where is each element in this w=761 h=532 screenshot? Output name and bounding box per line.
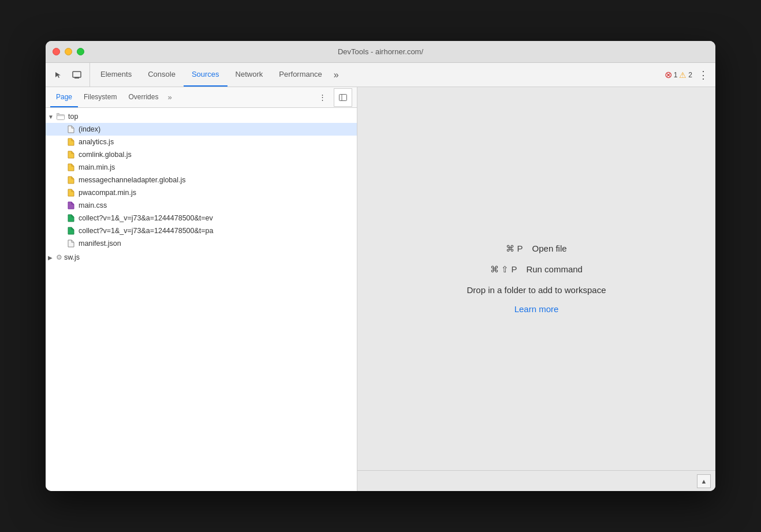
tab-console[interactable]: Console xyxy=(140,63,184,87)
tab-bar-right: ⊗ 1 ⚠ 2 ⋮ xyxy=(665,63,711,87)
file-icon-yellow xyxy=(66,137,76,147)
run-command-shortcut: ⌘ ⇧ P xyxy=(490,264,517,275)
file-name: main.min.js xyxy=(79,163,115,171)
file-icon-yellow xyxy=(66,175,76,185)
file-name: (index) xyxy=(79,125,100,133)
tree-sw-folder[interactable]: ▶ ⚙ sw.js xyxy=(46,251,357,264)
toolbar-icons xyxy=(50,63,90,87)
tab-filesystem[interactable]: Filesystem xyxy=(78,87,122,107)
tab-bar: Elements Console Sources Network Perform… xyxy=(46,63,715,87)
file-icon-green xyxy=(66,213,76,223)
file-main-css[interactable]: main.css xyxy=(46,199,357,212)
warning-count: 2 xyxy=(688,71,692,79)
file-name: comlink.global.js xyxy=(79,151,132,159)
file-collect-1[interactable]: collect?v=1&_v=j73&a=1244478500&t=ev xyxy=(46,212,357,224)
bottom-toolbar: ▲ xyxy=(357,470,715,491)
svg-rect-1 xyxy=(74,77,79,78)
right-panel: ⌘ P Open file ⌘ ⇧ P Run command Drop in … xyxy=(357,87,715,491)
tab-network[interactable]: Network xyxy=(227,63,271,87)
tab-performance[interactable]: Performance xyxy=(271,63,330,87)
devtools-menu-button[interactable]: ⋮ xyxy=(696,69,711,81)
error-icon: ⊗ xyxy=(665,69,672,80)
file-name: manifest.json xyxy=(79,239,121,248)
tab-sources[interactable]: Sources xyxy=(184,63,227,87)
chevron-down-icon: ▼ xyxy=(48,114,56,120)
window-title: DevTools - airhorner.com/ xyxy=(338,47,423,56)
workspace-info: ⌘ P Open file ⌘ ⇧ P Run command Drop in … xyxy=(467,243,606,314)
title-bar: DevTools - airhorner.com/ xyxy=(46,41,715,63)
devtools-window: DevTools - airhorner.com/ Elements Conso… xyxy=(46,41,715,491)
sidebar-toggle-button[interactable] xyxy=(334,88,352,107)
panel-more-button[interactable]: » xyxy=(164,93,175,102)
device-toggle-icon[interactable] xyxy=(69,67,85,83)
file-manifest[interactable]: manifest.json xyxy=(46,237,357,250)
file-comlink[interactable]: comlink.global.js xyxy=(46,148,357,161)
top-label: top xyxy=(68,113,78,121)
file-messagechannel[interactable]: messagechanneladapter.global.js xyxy=(46,174,357,186)
panel-menu-button[interactable]: ⋮ xyxy=(315,91,329,104)
file-name: messagechanneladapter.global.js xyxy=(79,176,186,184)
open-file-shortcut: ⌘ P xyxy=(506,243,523,254)
file-icon-gray xyxy=(66,125,76,134)
file-name: collect?v=1&_v=j73&a=1244478500&t=pa xyxy=(79,227,214,235)
workspace-drop-text: Drop in a folder to add to workspace xyxy=(467,285,606,295)
maximize-button[interactable] xyxy=(77,48,84,55)
file-tree: ▼ top xyxy=(46,108,357,491)
file-index[interactable]: (index) xyxy=(46,123,357,136)
svg-rect-2 xyxy=(340,94,347,100)
folder-icon xyxy=(56,112,65,121)
file-name: analytics.js xyxy=(79,138,114,146)
panel-actions: ⋮ xyxy=(315,91,329,104)
tree-top-folder[interactable]: ▼ top xyxy=(46,110,357,123)
main-content: Page Filesystem Overrides » ⋮ xyxy=(46,87,715,491)
chevron-right-icon: ▶ xyxy=(48,254,56,261)
sw-label: sw.js xyxy=(64,253,80,261)
learn-more-link[interactable]: Learn more xyxy=(514,304,559,314)
close-button[interactable] xyxy=(53,48,60,55)
file-name: collect?v=1&_v=j73&a=1244478500&t=ev xyxy=(79,214,213,222)
file-name: main.css xyxy=(79,201,107,209)
traffic-lights xyxy=(53,48,84,55)
file-icon-purple xyxy=(66,201,76,210)
file-icon-yellow xyxy=(66,188,76,197)
cursor-icon[interactable] xyxy=(50,67,66,83)
gear-icon: ⚙ xyxy=(56,253,62,261)
tab-elements[interactable]: Elements xyxy=(92,63,140,87)
minimize-button[interactable] xyxy=(65,48,72,55)
workspace-panel: ⌘ P Open file ⌘ ⇧ P Run command Drop in … xyxy=(357,87,715,470)
file-collect-2[interactable]: collect?v=1&_v=j73&a=1244478500&t=pa xyxy=(46,224,357,237)
warning-icon: ⚠ xyxy=(679,70,687,80)
error-badge: ⊗ 1 ⚠ 2 xyxy=(665,69,692,80)
console-toggle-button[interactable]: ▲ xyxy=(697,474,711,488)
file-icon-gray xyxy=(66,239,76,248)
svg-rect-0 xyxy=(73,72,81,77)
left-panel: Page Filesystem Overrides » ⋮ xyxy=(46,87,357,491)
open-file-label: Open file xyxy=(532,243,567,253)
shortcut-open-file: ⌘ P Open file xyxy=(467,243,606,254)
file-analytics[interactable]: analytics.js xyxy=(46,136,357,148)
shortcut-run-command: ⌘ ⇧ P Run command xyxy=(467,264,606,275)
tab-overrides[interactable]: Overrides xyxy=(122,87,164,107)
file-icon-green xyxy=(66,226,76,235)
run-command-label: Run command xyxy=(526,264,583,274)
file-name: pwacompat.min.js xyxy=(79,189,136,197)
file-icon-yellow xyxy=(66,163,76,172)
error-count: 1 xyxy=(674,71,678,79)
panel-tabs: Page Filesystem Overrides » ⋮ xyxy=(46,87,357,108)
more-tabs-button[interactable]: » xyxy=(330,63,342,87)
svg-rect-4 xyxy=(57,115,65,120)
file-main-js[interactable]: main.min.js xyxy=(46,161,357,174)
file-icon-yellow xyxy=(66,150,76,159)
file-pwacompat[interactable]: pwacompat.min.js xyxy=(46,186,357,199)
tab-page[interactable]: Page xyxy=(50,87,78,107)
